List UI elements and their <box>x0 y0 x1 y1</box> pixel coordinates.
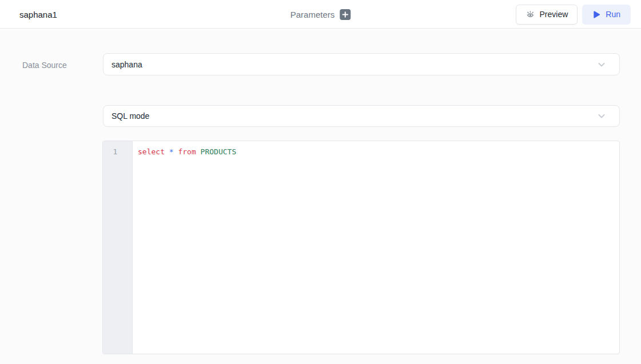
parameters-label: Parameters <box>290 10 335 19</box>
data-source-select[interactable]: saphana <box>103 53 620 75</box>
run-button-label: Run <box>606 10 620 19</box>
data-source-selected-value: saphana <box>112 60 596 69</box>
parameters-section: Parameters <box>290 0 351 29</box>
plus-icon <box>342 11 348 18</box>
page-title: saphana1 <box>19 0 57 29</box>
preview-button[interactable]: Preview <box>516 5 578 25</box>
editor-gutter: 1 <box>103 141 133 354</box>
add-parameter-button[interactable] <box>340 9 351 20</box>
chevron-down-icon <box>596 59 607 70</box>
query-mode-selected-value: SQL mode <box>112 111 596 121</box>
sql-keyword: from <box>178 147 200 156</box>
run-button[interactable]: Run <box>582 5 631 25</box>
code-input[interactable]: select * from PRODUCTS <box>133 141 619 354</box>
query-mode-select[interactable]: SQL mode <box>103 105 620 127</box>
preview-button-label: Preview <box>540 10 568 19</box>
data-source-label: Data Source <box>22 61 67 70</box>
header-actions: Preview Run <box>516 0 631 29</box>
sql-identifier: PRODUCTS <box>201 147 237 156</box>
eye-icon <box>525 10 535 19</box>
sql-operator: * <box>169 147 178 156</box>
header-bar: saphana1 Parameters Preview <box>0 0 641 29</box>
line-number: 1 <box>102 141 130 157</box>
sql-code-editor[interactable]: 1 select * from PRODUCTS <box>102 141 620 354</box>
chevron-down-icon <box>596 111 607 121</box>
sql-keyword: select <box>138 147 169 156</box>
play-icon <box>592 10 601 19</box>
